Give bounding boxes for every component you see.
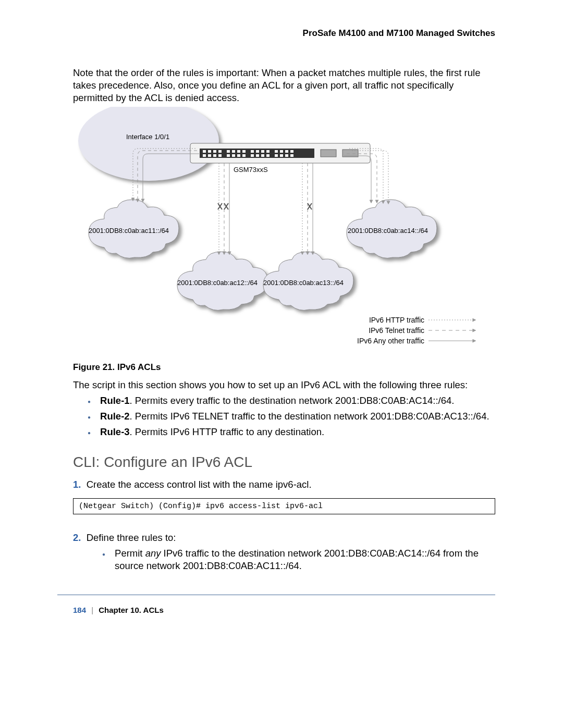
rule-list: ●Rule-1. Permits every traffic to the de…	[88, 394, 495, 441]
svg-rect-25	[237, 154, 240, 157]
label-cloud3: 2001:0DB8:c0ab:ac13::/64	[263, 279, 344, 287]
doc-header: ProSafe M4100 and M7100 Managed Switches	[303, 28, 495, 39]
svg-rect-5	[213, 150, 216, 153]
svg-rect-11	[251, 150, 254, 153]
svg-rect-23	[227, 154, 230, 157]
page-number: 184	[73, 606, 86, 614]
step-1: 1. Create the access control list with t…	[73, 478, 495, 491]
footer-rule	[57, 595, 495, 595]
legend-telnet: IPv6 Telnet traffic	[369, 326, 424, 335]
svg-rect-29	[261, 154, 264, 157]
footer: 184 | Chapter 10. ACLs	[73, 606, 164, 614]
svg-rect-7	[227, 150, 230, 153]
svg-rect-6	[218, 150, 222, 153]
code-block: (Netgear Switch) (Config)# ipv6 access-l…	[73, 498, 495, 514]
heading-cli: CLI: Configure an IPv6 ACL	[73, 454, 252, 471]
svg-rect-31	[275, 154, 278, 157]
page: ProSafe M4100 and M7100 Managed Switches…	[0, 0, 563, 728]
svg-rect-3	[203, 150, 206, 153]
svg-rect-18	[290, 150, 293, 153]
legend-other: IPv6 Any other traffic	[357, 337, 424, 345]
label-device: GSM73xxS	[234, 166, 268, 174]
paragraph-intro: Note that the order of the rules is impo…	[73, 67, 495, 104]
svg-rect-12	[256, 150, 259, 153]
svg-rect-20	[208, 154, 211, 157]
svg-rect-27	[251, 154, 254, 157]
svg-rect-19	[203, 154, 206, 157]
rule-2: ●Rule-2. Permits IPv6 TELNET traffic to …	[88, 410, 495, 423]
svg-rect-15	[275, 150, 278, 153]
paragraph-script-intro: The script in this section shows you how…	[73, 379, 495, 391]
svg-rect-32	[280, 154, 283, 157]
label-cloud2: 2001:0DB8:c0ab:ac12::/64	[177, 279, 258, 287]
legend-http: IPv6 HTTP traffic	[369, 316, 424, 324]
svg-rect-16	[280, 150, 283, 153]
figure-caption: Figure 21. IPv6 ACLs	[73, 362, 495, 373]
svg-rect-22	[218, 154, 222, 157]
svg-rect-17	[285, 150, 288, 153]
label-interface: Interface 1/0/1	[126, 133, 169, 141]
svg-rect-21	[213, 154, 216, 157]
label-cloud4: 2001:0DB8:c0ab:ac14::/64	[348, 227, 428, 235]
chapter-label: Chapter 10. ACLs	[99, 606, 163, 614]
step-2: 2. Define three rules to: ● Permit any I…	[73, 532, 495, 572]
svg-rect-30	[266, 154, 270, 157]
svg-rect-13	[261, 150, 264, 153]
svg-rect-26	[242, 154, 246, 157]
svg-rect-33	[285, 154, 288, 157]
diagram-ipv6-acls: Interface 1/0/1 GSM73xxS 2001:0DB8:c0ab:…	[73, 107, 495, 354]
rule-3: ●Rule-3. Permits IPv6 HTTP traffic to an…	[88, 426, 495, 438]
step-2-sub-a: ● Permit any IPv6 traffic to the destina…	[102, 547, 495, 572]
svg-rect-34	[290, 154, 293, 157]
label-cloud1: 2001:0DB8:c0ab:ac11::/64	[89, 227, 169, 235]
svg-rect-8	[232, 150, 235, 153]
svg-rect-24	[232, 154, 235, 157]
svg-rect-28	[256, 154, 259, 157]
svg-rect-9	[237, 150, 240, 153]
rule-1: ●Rule-1. Permits every traffic to the de…	[88, 394, 495, 407]
svg-rect-10	[242, 150, 246, 153]
diagram-legend: IPv6 HTTP traffic IPv6 Telnet traffic IP…	[357, 314, 480, 347]
svg-rect-4	[208, 150, 211, 153]
svg-rect-35	[321, 150, 336, 157]
svg-rect-14	[266, 150, 270, 153]
